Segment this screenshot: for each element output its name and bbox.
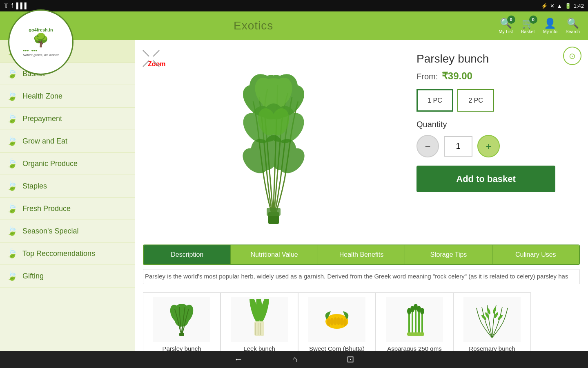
- sidebar-label: Grow and Eat: [22, 137, 67, 146]
- facebook-icon: f: [11, 2, 13, 9]
- product-section: Zoom: [135, 40, 588, 245]
- thumb-sweet-corn[interactable]: Sweet Corn (Bhutta) ₹75.00: [298, 292, 376, 351]
- parsley-illustration: [202, 56, 345, 228]
- svg-line-0: [143, 50, 149, 56]
- thumb-name-parsley: Parsley bunch: [147, 345, 216, 351]
- status-bar: 𝕋 f ▌▌▌ ⚡ ✕ ▲ 🔋 1:42: [0, 0, 588, 11]
- thumb-name-rosemary: Rosemary bunch: [458, 345, 526, 351]
- svg-line-1: [153, 61, 159, 67]
- sidebar-item-gifting[interactable]: 🍃 Gifting: [0, 265, 135, 287]
- svg-point-48: [330, 320, 334, 325]
- main-layout: 🍃 Exotics 🍃 Basket 🍃 Health Zone 🍃 Prepa…: [0, 40, 588, 351]
- quantity-input[interactable]: [444, 136, 472, 157]
- thumb-rosemary[interactable]: Rosemary bunch ₹89.00: [453, 292, 531, 351]
- home-button[interactable]: ⌂: [292, 354, 297, 365]
- back-button[interactable]: ←: [234, 354, 243, 365]
- sidebar-item-organic-produce[interactable]: 🍃 Organic Produce: [0, 153, 135, 175]
- tab-description[interactable]: Description: [144, 245, 231, 264]
- option-1pc[interactable]: 1 PC: [416, 89, 453, 112]
- product-name: Parsley bunch: [416, 52, 580, 65]
- zoom-label[interactable]: Zoom: [143, 48, 166, 68]
- sidebar-item-fresh-produce[interactable]: 🍃 Fresh Produce: [0, 197, 135, 220]
- svg-rect-53: [408, 311, 410, 336]
- leaf-icon: 🍃: [7, 181, 18, 191]
- zoom-arrows-icon: [139, 46, 163, 71]
- svg-rect-55: [415, 307, 416, 336]
- leaf-icon: 🍃: [7, 68, 18, 79]
- leaf-icon: 🍃: [7, 226, 18, 236]
- parsley-thumb-icon: [161, 301, 202, 338]
- thumb-image-corn: [308, 297, 365, 342]
- time-display: 1:42: [574, 3, 584, 9]
- svg-point-49: [334, 319, 337, 325]
- tab-nutritional-value[interactable]: Nutritional Value: [231, 245, 318, 264]
- search-label: Search: [566, 29, 580, 34]
- leaf-icon: 🍃: [7, 248, 18, 259]
- battery-icon: 🔋: [565, 3, 571, 9]
- sidebar-item-prepayment[interactable]: 🍃 Prepayment: [0, 108, 135, 130]
- quantity-increase-button[interactable]: +: [477, 135, 500, 157]
- leek-thumb-icon: [239, 299, 280, 340]
- my-list-button[interactable]: 🔍 0 My List: [499, 18, 513, 34]
- recents-button[interactable]: ⊡: [347, 354, 354, 365]
- share-icon: ⊙: [569, 51, 576, 61]
- tabs-bar: Description Nutritional Value Health Ben…: [143, 245, 580, 265]
- search-icon: 🔍: [567, 18, 579, 29]
- tab-storage-tips[interactable]: Storage Tips: [405, 245, 492, 264]
- quantity-label: Quantity: [416, 120, 580, 129]
- top-nav-bar: go4fresh.in 🌳 ●●● ●●● Nature grows, we d…: [0, 11, 588, 40]
- thumb-image-parsley: [153, 297, 210, 342]
- sidebar-item-top-recommendations[interactable]: 🍃 Top Reccomendations: [0, 242, 135, 265]
- leaf-icon: 🍃: [7, 91, 18, 101]
- bluetooth-icon: ⚡: [541, 3, 548, 9]
- tabs-section: Description Nutritional Value Health Ben…: [135, 245, 588, 288]
- basket-button[interactable]: 🛒 0 Basket: [521, 18, 535, 34]
- svg-point-51: [340, 320, 343, 325]
- tab-health-benefits[interactable]: Health Benefits: [318, 245, 405, 264]
- product-image-area: Zoom: [143, 48, 404, 236]
- share-button[interactable]: ⊙: [563, 47, 581, 65]
- svg-rect-32: [179, 333, 184, 336]
- sidebar-label: Staples: [22, 182, 47, 191]
- product-image: [188, 56, 359, 228]
- corn-thumb-icon: [316, 301, 357, 338]
- thumb-name-asparagus: Asparagus 250 gms: [380, 345, 449, 351]
- my-info-button[interactable]: 👤 My info: [543, 18, 557, 34]
- svg-rect-56: [418, 309, 420, 336]
- thumb-parsley[interactable]: Parsley bunch ₹39.00: [143, 292, 220, 351]
- thumb-image-rosemary: [463, 297, 521, 342]
- bottom-nav: ← ⌂ ⊡: [0, 351, 588, 368]
- sidebar-label: Organic Produce: [22, 159, 78, 168]
- thumb-image-asparagus: [386, 297, 443, 342]
- add-to-basket-button[interactable]: Add to basket: [416, 166, 555, 192]
- sidebar-item-staples[interactable]: 🍃 Staples: [0, 175, 135, 197]
- svg-point-52: [343, 321, 347, 326]
- option-2pc[interactable]: 2 PC: [457, 89, 494, 112]
- svg-rect-54: [412, 309, 413, 336]
- my-list-label: My List: [499, 29, 513, 34]
- quantity-controls: − +: [416, 135, 580, 157]
- tab-culinary-uses[interactable]: Culinary Uses: [492, 245, 579, 264]
- twitter-icon: 𝕋: [4, 2, 8, 9]
- search-button[interactable]: 🔍 Search: [566, 18, 580, 34]
- sidebar-label: Prepayment: [22, 114, 62, 123]
- thumb-asparagus[interactable]: Asparagus 250 gms ₹99.00: [376, 292, 453, 351]
- thumb-name-corn: Sweet Corn (Bhutta): [303, 345, 371, 351]
- leaf-icon: 🍃: [7, 271, 18, 281]
- sidebar-item-grow-and-eat[interactable]: 🍃 Grow and Eat: [0, 130, 135, 153]
- thumb-leek[interactable]: Leek bunch ₹69.00: [220, 292, 298, 351]
- svg-line-2: [153, 50, 159, 56]
- svg-point-62: [420, 308, 424, 314]
- leaf-icon: 🍃: [7, 158, 18, 169]
- logo[interactable]: go4fresh.in 🌳 ●●● ●●● Nature grows, we d…: [8, 9, 74, 75]
- wifi-icon: ▲: [557, 3, 562, 9]
- nav-actions: 🔍 0 My List 🛒 0 Basket 👤 My info 🔍 Searc…: [499, 18, 580, 34]
- svg-rect-37: [255, 323, 256, 335]
- sidebar-item-health-zone[interactable]: 🍃 Health Zone: [0, 85, 135, 108]
- quantity-decrease-button[interactable]: −: [416, 135, 439, 157]
- price-amount: ₹39.00: [442, 70, 472, 81]
- svg-rect-38: [258, 323, 258, 335]
- content-area: ⊙ Zoom: [135, 40, 588, 351]
- svg-rect-39: [260, 323, 261, 335]
- sidebar-item-seasons-special[interactable]: 🍃 Season's Special: [0, 220, 135, 242]
